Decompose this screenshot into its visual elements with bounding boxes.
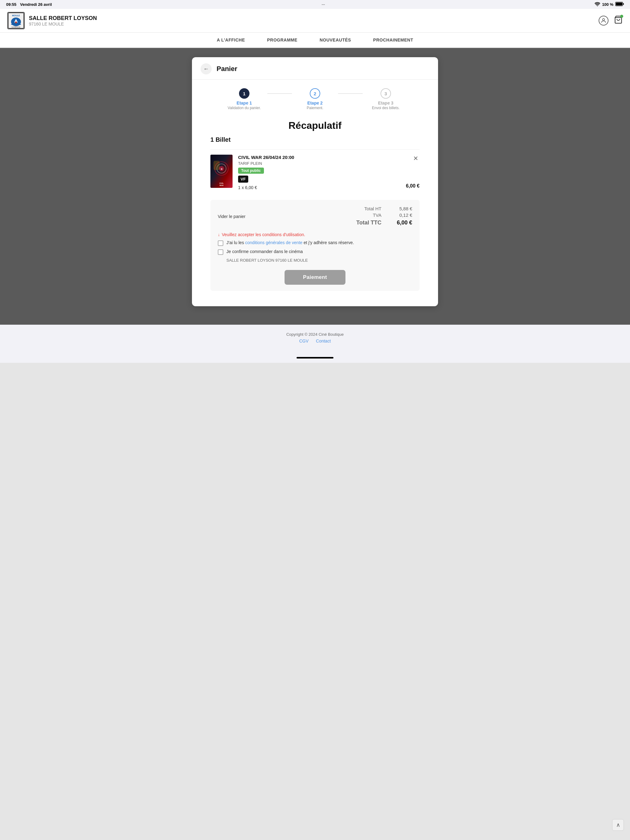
status-bar: 09:55 Vendredi 26 avril ··· 100 % (0, 0, 630, 9)
movie-price: 6,00 € (406, 183, 419, 190)
quantity-price: 1 x 6,00 € (238, 185, 400, 190)
nav-prochainement[interactable]: PROCHAINEMENT (362, 33, 424, 47)
svg-text:LE MOULE: LE MOULE (12, 26, 21, 28)
step-3-label: Etape 3 (372, 101, 400, 106)
svg-text:CIVIL: CIVIL (219, 182, 224, 184)
step-1-desc: Validation du panier. (228, 106, 261, 111)
tout-public-badge: Tout public (238, 167, 264, 174)
conditions-warning-text: Veuillez accepter les conditions d'utili… (222, 232, 305, 237)
paiement-button[interactable]: Paiement (285, 270, 345, 285)
movie-title: CIVIL WAR 26/04/24 20:00 (238, 155, 400, 160)
confirm-text: Je confirme commander dans le cinéma (226, 249, 303, 254)
step-3-circle: 3 (380, 88, 391, 99)
cinema-name: SALLE ROBERT LOYSON (29, 15, 97, 22)
svg-rect-15 (214, 161, 220, 170)
movie-poster: ★ CIVIL WAR (211, 155, 233, 188)
cinema-location: 97160 LE MOULE (29, 22, 97, 27)
conditions-section: ↓ Veuillez accepter les conditions d'uti… (218, 232, 412, 262)
cart-notification-dot (620, 15, 623, 18)
movie-item-row: ★ CIVIL WAR CIVIL WAR 26/04/24 20:00 TAR… (211, 149, 419, 195)
billet-count: 1 Billet (211, 136, 419, 143)
step-2-desc: Paiement. (307, 106, 323, 111)
confirm-checkbox[interactable] (218, 249, 223, 255)
tva-value: 0,12 € (391, 212, 412, 218)
svg-text:★: ★ (220, 167, 223, 171)
tva-label: TVA (373, 212, 381, 218)
step-1-circle: 1 (239, 88, 250, 99)
nav-nouveautes[interactable]: NOUVEAUTÉS (309, 33, 362, 47)
content-area: Récapulatif 1 Billet (192, 117, 438, 297)
step-2: 2 Etape 2 Paiement. (292, 88, 338, 111)
scroll-top-button[interactable]: ∧ (612, 819, 624, 831)
back-button[interactable]: ← (201, 63, 212, 74)
remove-item-button[interactable]: ✕ (412, 155, 419, 162)
panier-card: ← Panier 1 Etape 1 Validation du panier. (192, 57, 438, 306)
status-dots: ··· (321, 2, 325, 7)
svg-rect-1 (616, 2, 622, 6)
user-icon[interactable] (598, 16, 608, 25)
step-1: 1 Etape 1 Validation du panier. (221, 88, 268, 111)
nav-affiche[interactable]: A L'AFFICHE (206, 33, 256, 47)
cart-icon[interactable] (614, 17, 623, 26)
totals-section: Total HT 5,88 € TVA 0,12 € Total TTC 6,0… (245, 206, 412, 227)
cgv-text-1: J'ai lu les conditions générales de vent… (226, 240, 354, 245)
footer-links: CGV Contact (6, 338, 624, 343)
paiement-btn-wrap: Paiement (218, 270, 412, 285)
nav-programme[interactable]: PROGRAMME (256, 33, 309, 47)
cinema-confirm-name: SALLE ROBERT LOYSON 97160 LE MOULE (226, 258, 412, 262)
movie-details: CIVIL WAR 26/04/24 20:00 TARIF PLEIN Tou… (238, 155, 400, 190)
svg-point-8 (603, 19, 605, 21)
tarif-label: TARIF PLEIN (238, 161, 400, 166)
footer-copyright: Copyright © 2024 Ciné Boutique (6, 332, 624, 337)
cart-wrapper[interactable] (614, 15, 623, 26)
header-left: MOULE LE MOULE SALLE ROBERT LOYSON 97160… (7, 12, 97, 29)
step-1-label: Etape 1 (228, 101, 261, 106)
vider-panier-button[interactable]: Vider le panier (218, 214, 245, 219)
header: MOULE LE MOULE SALLE ROBERT LOYSON 97160… (0, 9, 630, 33)
steps-container: 1 Etape 1 Validation du panier. 2 Etape … (192, 80, 438, 117)
cinema-logo: MOULE LE MOULE (7, 12, 25, 29)
cgv-checkbox-row: J'ai lu les conditions générales de vent… (218, 240, 412, 246)
footer-cgv-link[interactable]: CGV (299, 338, 309, 343)
connector-2-3 (338, 93, 362, 94)
step-3-desc: Envoi des billets. (372, 106, 400, 111)
summary-box: Vider le panier Total HT 5,88 € TVA 0,12… (211, 200, 419, 291)
main-background: ← Panier 1 Etape 1 Validation du panier. (0, 48, 630, 325)
panier-title: Panier (217, 65, 237, 73)
total-ht-label: Total HT (364, 206, 381, 211)
header-actions (598, 15, 623, 26)
cgv-checkbox[interactable] (218, 240, 223, 246)
total-ttc-label: Total TTC (356, 219, 381, 226)
step-2-circle: 2 (310, 88, 320, 99)
cgv-link[interactable]: conditions générales de vente (245, 240, 302, 245)
bottom-bar-wrap (0, 353, 630, 363)
recap-title: Récapulatif (211, 120, 419, 131)
step-2-label: Etape 2 (307, 101, 323, 106)
wifi-icon (595, 2, 600, 7)
status-date: Vendredi 26 avril (20, 2, 52, 7)
footer-contact-link[interactable]: Contact (316, 338, 331, 343)
status-time: 09:55 (6, 2, 16, 7)
total-ttc-row: Total TTC 6,00 € (245, 219, 412, 226)
battery-text: 100 % (602, 2, 613, 7)
svg-text:MOULE: MOULE (12, 14, 20, 17)
connector-1-2 (268, 93, 292, 94)
svg-point-6 (15, 22, 17, 24)
total-ht-value: 5,88 € (391, 206, 412, 211)
svg-text:WAR: WAR (220, 185, 224, 186)
tva-row: TVA 0,12 € (245, 212, 412, 218)
bottom-home-indicator (296, 357, 334, 358)
step-3: 3 Etape 3 Envoi des billets. (362, 88, 409, 111)
total-ttc-value: 6,00 € (391, 219, 412, 226)
total-ht-row: Total HT 5,88 € (245, 206, 412, 211)
navigation-bar: A L'AFFICHE PROGRAMME NOUVEAUTÉS PROCHAI… (0, 33, 630, 48)
confirm-checkbox-row: Je confirme commander dans le cinéma (218, 249, 412, 255)
panier-header: ← Panier (192, 57, 438, 80)
summary-top-row: Vider le panier Total HT 5,88 € TVA 0,12… (218, 206, 412, 227)
vf-badge: VF (238, 175, 248, 183)
battery-icon (615, 2, 624, 7)
footer: Copyright © 2024 Ciné Boutique CGV Conta… (0, 325, 630, 353)
warning-arrow-icon: ↓ (218, 232, 220, 237)
conditions-warning: ↓ Veuillez accepter les conditions d'uti… (218, 232, 412, 237)
